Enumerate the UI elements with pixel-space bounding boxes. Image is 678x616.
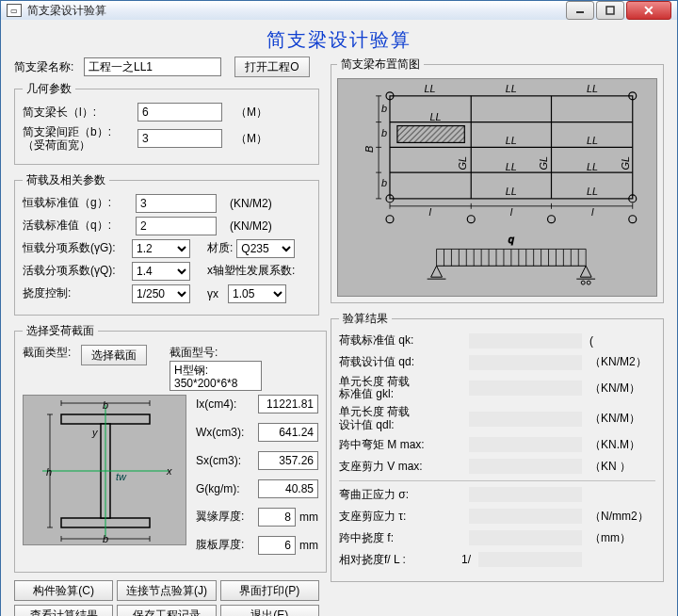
svg-text:LL: LL [506,135,517,146]
layout-group: 简支梁布置简图 [331,57,664,303]
select-section-button[interactable]: 选择截面 [81,345,147,365]
gamma-q-select[interactable]: 1.4 [132,262,190,281]
sigma-value [469,487,582,502]
spacing-unit: （M） [235,131,267,147]
svg-point-36 [548,216,556,223]
gkl-unit: （KN/M） [589,381,655,397]
exit-button[interactable]: 退出(E) [220,605,319,616]
qk-unit: ( [589,334,655,348]
app-window: ▭ 简支梁设计验算 ✕ 简支梁设计验算 简支梁名称: 打开工程O 几何参数 简支… [0,0,678,616]
svg-text:LL: LL [587,83,598,94]
svg-rect-1 [606,7,614,14]
maximize-button[interactable] [596,1,624,20]
svg-point-98 [587,281,590,284]
svg-point-35 [467,216,475,223]
svg-text:y: y [91,427,99,438]
svg-text:GL: GL [538,156,549,170]
tf-label: 翼缘厚度: [196,509,244,525]
f-value [469,530,582,545]
sigma-label: 弯曲正应力 σ: [339,487,461,503]
section-model-label: 截面型号: [170,345,262,361]
fl-mid: 1/ [461,553,471,566]
deflection-label: 挠度控制: [23,285,132,301]
plastic-label: x轴塑性发展系数: [207,263,295,279]
f-unit: （mm） [589,530,655,546]
gdl-label: 单元长度 荷载 设计值 qdl: [339,406,461,430]
mmax-unit: （KN.M） [589,437,655,453]
svg-text:h: h [46,466,52,478]
vmax-value [469,459,582,474]
check-joint-button[interactable]: 连接节点验算(J) [117,580,216,601]
qd-label: 荷载设计值 qd: [339,354,461,370]
layout-diagram: LLLLLL LLLLLL LLLL LLLL B bbb GL GL GL l… [337,78,657,297]
right-column: 简支梁布置简图 [331,57,664,616]
svg-text:x: x [166,465,172,477]
tw-value[interactable] [258,536,296,555]
spacing-input[interactable] [137,129,222,148]
g-label: G(kg/m): [196,482,240,495]
qd-unit: （KN/M2） [589,354,655,370]
span-input[interactable] [137,103,222,122]
svg-text:GL: GL [620,156,631,170]
svg-text:l: l [510,206,513,218]
material-select[interactable]: Q235 [236,239,295,258]
tau-label: 支座剪应力 τ: [339,509,461,525]
svg-text:tw: tw [116,471,127,482]
open-project-button[interactable]: 打开工程O [234,57,310,77]
geometry-legend: 几何参数 [23,81,75,97]
span-label: 简支梁长（l）: [23,105,137,121]
svg-text:GL: GL [457,156,468,170]
live-load-input[interactable] [136,217,217,235]
section-type-label: 截面类型: [23,345,81,361]
dead-load-input[interactable] [136,194,217,213]
qk-value [469,333,582,349]
tf-unit: mm [299,511,318,524]
left-column: 简支梁名称: 打开工程O 几何参数 简支梁长（l）: （M） 简支梁间距（b）:… [14,57,319,616]
ix-label: Ix(cm4): [196,397,236,411]
svg-text:LL: LL [506,83,517,94]
print-button[interactable]: 界面打印(P) [220,580,319,601]
check-member-button[interactable]: 构件验算(C) [14,580,113,601]
svg-text:l: l [591,206,594,218]
section-model-value: H型钢: 350*200*6*8 [170,361,262,391]
wx-value[interactable] [258,423,318,442]
gamma-x-select[interactable]: 1.05 [228,284,286,303]
load-legend: 荷载及相关参数 [23,172,109,188]
save-project-button[interactable]: 保存工程记录(S) [117,605,216,616]
span-unit: （M） [235,105,267,121]
ix-value[interactable] [258,395,318,413]
beam-name-input[interactable] [84,57,221,76]
svg-text:b: b [381,177,387,188]
g-value[interactable] [258,479,318,498]
gamma-g-select[interactable]: 1.2 [132,239,190,258]
svg-point-97 [581,281,585,284]
gdl-unit: （KN/M） [589,411,655,427]
svg-text:LL: LL [506,161,517,172]
wx-label: Wx(cm3): [196,426,244,439]
material-label: 材质: [207,240,233,256]
gdl-value [469,412,582,427]
sx-value[interactable] [258,451,318,470]
tf-value[interactable] [258,508,296,527]
gkl-label: 单元长度 荷载 标准值 gkl: [339,376,461,400]
titlebar[interactable]: ▭ 简支梁设计验算 ✕ [1,1,677,20]
tw-label: 腹板厚度: [196,537,244,553]
dead-load-unit: (KN/M2) [230,197,272,210]
live-load-label: 活载标准值（q）: [23,218,136,234]
view-result-button[interactable]: 查看计算结果(R) [14,605,113,616]
minimize-button[interactable] [566,1,594,20]
qk-label: 荷载标准值 qk: [339,332,461,349]
vmax-unit: （KN ） [589,459,655,475]
close-button[interactable]: ✕ [626,1,671,20]
deflection-select[interactable]: 1/250 [132,284,190,303]
window-title: 简支梁设计验算 [27,3,566,19]
svg-text:LL: LL [425,83,436,94]
svg-text:q: q [508,234,514,245]
svg-text:LL: LL [587,135,598,146]
geometry-group: 几何参数 简支梁长（l）: （M） 简支梁间距（b）: （受荷面宽） （M） [14,81,319,165]
load-group: 荷载及相关参数 恒载标准值（g）: (KN/M2) 活载标准值（q）: (KN/… [14,172,319,316]
vmax-label: 支座剪力 V max: [339,459,461,475]
qd-value [469,355,582,370]
tau-unit: （N/mm2） [589,509,655,525]
svg-text:b: b [103,399,108,411]
